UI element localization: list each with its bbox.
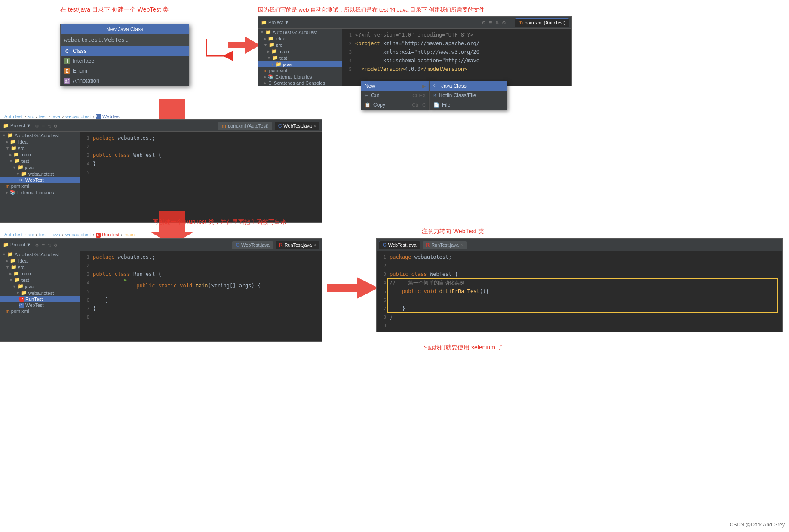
submenu-kotlin[interactable]: K Kotlin Class/File	[430, 91, 507, 100]
dialog-item-interface[interactable]: I Interface	[61, 56, 189, 66]
tree-test[interactable]: ▼ 📁 test	[258, 55, 342, 61]
new-label: New	[365, 83, 375, 89]
chevron-down: ▼	[260, 30, 264, 34]
br-code-8: 8 }	[377, 313, 782, 321]
bl-tab-runtest[interactable]: R RunTest.java ×	[276, 241, 319, 249]
bl-runtest-icon: R	[279, 242, 283, 248]
bl-tab-webtest[interactable]: C WebTest.java	[232, 241, 273, 249]
tree-autotest[interactable]: ▼ 📁 AutoTest G:\AutoTest	[258, 29, 342, 35]
bl-bc-test[interactable]: test	[39, 232, 47, 237]
tree-mid-test[interactable]: ▼ 📁 test	[0, 158, 80, 164]
submenu-file[interactable]: 📄 File	[430, 100, 507, 110]
tree-idea[interactable]: ▶ 📁 .idea	[258, 35, 342, 42]
bl-code-8: 8	[80, 313, 322, 321]
dialog-input[interactable]	[61, 34, 189, 46]
bl-bc-java[interactable]: java	[52, 232, 60, 237]
mid-code-1: 1 package webautotest;	[80, 134, 322, 142]
tree-pom[interactable]: m pom.xml	[258, 67, 342, 73]
middle-ide-panel: 📁 Project ▼ ⚙ ≡ ⇅ ⚙ — m pom.xml (AutoTes…	[0, 119, 322, 223]
tree-src[interactable]: ▼ 📁 src	[258, 42, 342, 48]
dialog-item-class[interactable]: C Class	[61, 46, 189, 56]
mid-code-4: 4 }	[80, 159, 322, 168]
tree-mid-main[interactable]: ▶ 📁 main	[0, 151, 80, 158]
tree-autotest-label: AutoTest G:\AutoTest	[273, 30, 317, 35]
chevron-down-test: ▼	[267, 56, 271, 60]
code-line-5: 5 <modelVersion>4.0.0</modelVersion>	[342, 65, 571, 73]
context-menu-copy[interactable]: 📋 Copy Ctrl+C	[361, 100, 429, 110]
tree-mid-webautotest[interactable]: ▼ 📁 webautotest	[0, 171, 80, 177]
tree-bl-runtest[interactable]: R RunTest	[0, 296, 80, 302]
dialog-item-annotation[interactable]: @ Annotation	[61, 76, 189, 86]
tree-mid-idea[interactable]: ▶ 📁 .idea	[0, 138, 80, 145]
br-tab-runtest[interactable]: R RunTest.java ×	[423, 241, 467, 249]
bottom-right-panel: C WebTest.java R RunTest.java × 1 packag…	[376, 238, 783, 332]
chevron-right-ext: ▶	[264, 75, 267, 79]
arrow-dialog-to-right	[193, 26, 262, 77]
top-right-header: 📁 Project ▼ ⚙ ≡ ⇅ ⚙ — m pom.xml (AutoTes…	[258, 17, 571, 29]
folder-scratch-icon: 🗒	[268, 80, 273, 86]
tree-bl-webautotest[interactable]: ▼ 📁 webautotest	[0, 290, 80, 296]
br-code-4: 4 // 第一个简单的自动化实例	[377, 278, 782, 287]
copy-label: Copy	[373, 102, 385, 108]
bl-code-4: 4 ▶ public static void main(String[] arg…	[80, 278, 322, 287]
mid-code-3: 3 public class WebTest {	[80, 151, 322, 159]
chevron-right-main: ▶	[267, 49, 270, 54]
folder-java-icon: 📁	[276, 61, 282, 67]
tree-main-label: main	[279, 49, 289, 54]
tree-scratches[interactable]: ▶ 🗒 Scratches and Consoles	[258, 80, 342, 86]
tree-bl-test[interactable]: ▼ 📁 test	[0, 277, 80, 283]
project-label: 📁 Project ▼	[261, 20, 289, 25]
chevron-right-scratch: ▶	[264, 81, 267, 85]
bl-bc-webautotest[interactable]: webautotest	[65, 232, 91, 237]
enum-label: Enum	[73, 67, 87, 74]
tree-bl-src[interactable]: ▼ 📁 src	[0, 264, 80, 270]
class-label: Class	[73, 48, 87, 54]
bl-bc-autotest[interactable]: AutoTest	[4, 232, 23, 237]
bl-sidebar: ▼ 📁 AutoTest G:\AutoTest ▶ 📁 .idea ▼ 📁 s…	[0, 251, 80, 341]
tree-mid-webtest[interactable]: C WebTest	[0, 177, 80, 183]
annotation-icon: @	[64, 78, 70, 84]
middle-tab-webtest[interactable]: C WebTest.java ×	[275, 122, 319, 130]
tree-pom-label: pom.xml	[269, 68, 287, 73]
dialog-item-enum[interactable]: E Enum	[61, 66, 189, 76]
tree-mid-java[interactable]: ▼ 📁 java	[0, 164, 80, 171]
tree-bl-idea[interactable]: ▶ 📁 .idea	[0, 257, 80, 264]
tree-mid-src[interactable]: ▼ 📁 src	[0, 145, 80, 151]
bc-autotest[interactable]: AutoTest	[4, 114, 23, 119]
tree-bl-autotest[interactable]: ▼ 📁 AutoTest G:\AutoTest	[0, 251, 80, 257]
middle-tab-pom[interactable]: m pom.xml (AutoTest)	[218, 122, 272, 130]
submenu-java-class[interactable]: C Java Class	[430, 81, 507, 91]
annotation-bottom-note: 下面我们就要使用 selenium 了	[421, 344, 503, 352]
tree-bl-webtest[interactable]: C WebTest	[0, 302, 80, 308]
bc-java[interactable]: java	[52, 114, 60, 119]
code-line-1: 1 <?xml version="1.0" encoding="UTF-8"?>	[342, 31, 571, 39]
tree-mid-autotest[interactable]: ▼ 📁 AutoTest G:\AutoTest	[0, 132, 80, 138]
folder-main-icon: 📁	[271, 49, 277, 54]
br-code-9: 9	[377, 321, 782, 330]
context-menu: New ▶ ✂ Cut Ctrl+X 📋 Copy Ctrl+C	[361, 81, 430, 110]
folder-src-icon: 📁	[269, 42, 275, 48]
top-right-ide-panel: 📁 Project ▼ ⚙ ≡ ⇅ ⚙ — m pom.xml (AutoTes…	[258, 16, 572, 86]
tree-mid-ext[interactable]: ▶ 📚 External Libraries	[0, 189, 80, 196]
tree-bl-pom[interactable]: m pom.xml	[0, 308, 80, 314]
tab-pom-xml[interactable]: m pom.xml (AutoTest)	[515, 18, 569, 27]
tree-mid-pom[interactable]: m pom.xml	[0, 183, 80, 189]
bc-src[interactable]: src	[28, 114, 34, 119]
middle-code: 1 package webautotest; 2 3 public class …	[80, 132, 322, 222]
br-tab-webtest[interactable]: C WebTest.java	[379, 241, 420, 249]
tree-ext-lib[interactable]: ▶ 📚 External Libraries	[258, 73, 342, 80]
tree-main[interactable]: ▶ 📁 main	[258, 48, 342, 55]
bl-bc-src[interactable]: src	[28, 232, 34, 237]
tree-java[interactable]: ▼ 📁 java	[258, 61, 342, 67]
bl-bc-main: main	[124, 232, 135, 237]
bc-test[interactable]: test	[39, 114, 47, 119]
tree-bl-java[interactable]: ▼ 📁 java	[0, 283, 80, 290]
context-menu-cut[interactable]: ✂ Cut Ctrl+X	[361, 91, 429, 100]
tree-bl-main[interactable]: ▶ 📁 main	[0, 270, 80, 277]
chevron-down-java: ▼	[270, 62, 274, 67]
bottom-left-breadcrumb: AutoTest › src › test › java › webautote…	[4, 232, 135, 238]
code-line-2: 2 <project xmlns="http://maven.apache.or…	[342, 39, 571, 48]
bc-webautotest[interactable]: webautotest	[65, 114, 91, 119]
middle-maven-icon: m	[221, 123, 226, 129]
context-menu-new[interactable]: New ▶	[361, 81, 429, 91]
